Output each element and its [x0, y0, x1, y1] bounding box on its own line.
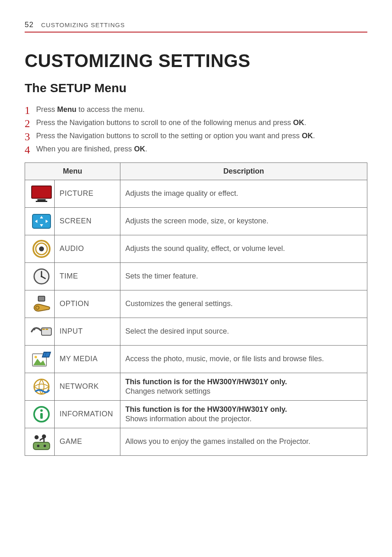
step-text-bold: OK: [134, 145, 145, 153]
menu-label: NETWORK: [60, 382, 99, 390]
steps-list: 1 Press Menu to access the menu. 2 Press…: [25, 104, 367, 155]
menu-description: Sets the timer feature.: [125, 272, 198, 280]
menu-label-cell: NETWORK: [55, 373, 120, 400]
step-text-post: to access the menu.: [76, 105, 145, 114]
menu-description-cell: Access the photo, music, movie, or file …: [120, 345, 367, 373]
option-icon: [25, 290, 55, 318]
menu-description-cell: Select the desired input source.: [120, 318, 367, 345]
svg-rect-19: [46, 329, 48, 330]
input-icon: [25, 318, 55, 345]
step-text-post: .: [145, 145, 147, 153]
svg-point-30: [42, 434, 46, 439]
menu-label: INFORMATION: [60, 410, 113, 418]
step-item: 2 Press the Navigation buttons to scroll…: [25, 117, 367, 129]
table-row: MY MEDIA Access the photo, music, movie,…: [25, 345, 367, 373]
menu-description: Adjusts the screen mode, size, or keysto…: [125, 217, 268, 225]
svg-point-23: [35, 356, 37, 358]
svg-point-32: [37, 445, 39, 447]
menu-label-cell: AUDIO: [55, 235, 120, 262]
menu-description-bold: This function is for the HW300Y/HW301Y o…: [125, 405, 362, 414]
picture-icon: [25, 180, 55, 207]
svg-rect-18: [42, 329, 45, 330]
step-item: 4 When you are finished, press OK.: [25, 144, 367, 155]
information-icon: [25, 400, 55, 428]
menu-label: GAME: [60, 437, 82, 446]
step-item: 3 Press the Navigation buttons to scroll…: [25, 130, 367, 142]
menu-description: Shows information about the projector.: [125, 415, 251, 423]
step-text-post: .: [304, 118, 306, 127]
menu-description-cell: Adjusts the image quality or effect.: [120, 180, 367, 207]
menu-label: PICTURE: [60, 189, 94, 197]
game-icon: [25, 428, 55, 455]
menu-label-cell: MY MEDIA: [55, 345, 120, 373]
table-row: AUDIO Adjusts the sound quality, effect,…: [25, 235, 367, 262]
menu-description-cell: Customizes the general settings.: [120, 290, 367, 318]
page-header: 52 CUSTOMIZING SETTINGS: [25, 21, 367, 32]
menu-label: SCREEN: [60, 217, 92, 225]
svg-point-29: [35, 435, 39, 439]
page-number: 52: [25, 21, 34, 29]
menu-label: MY MEDIA: [60, 355, 98, 363]
table-row: NETWORK This function is for the HW300Y/…: [25, 373, 367, 400]
menu-label: OPTION: [60, 299, 89, 308]
menu-description: Select the desired input source.: [125, 327, 229, 335]
menu-label: TIME: [60, 272, 78, 280]
step-number: 4: [25, 142, 30, 158]
menu-label-cell: OPTION: [55, 290, 120, 318]
menu-label-cell: PICTURE: [55, 180, 120, 207]
menu-label-cell: SCREEN: [55, 207, 120, 235]
menu-label-cell: INFORMATION: [55, 400, 120, 428]
svg-point-20: [33, 328, 35, 330]
step-text-pre: When you are finished, press: [36, 145, 134, 153]
menu-description: Allows you to enjoy the games installed …: [125, 437, 310, 446]
menu-label: AUDIO: [60, 244, 84, 253]
step-text-pre: Press the Navigation buttons to scroll t…: [36, 118, 293, 127]
svg-rect-28: [40, 413, 43, 419]
menu-label-cell: GAME: [55, 428, 120, 455]
step-text-pre: Press the Navigation buttons to scroll t…: [36, 132, 302, 140]
table-header-row: Menu Description: [25, 162, 367, 180]
menu-description: Adjusts the sound quality, effect, or vo…: [125, 244, 285, 253]
page-title: CUSTOMIZING SETTINGS: [25, 51, 367, 71]
audio-icon: [25, 235, 55, 262]
svg-point-27: [40, 409, 43, 412]
table-header-description: Description: [120, 162, 367, 180]
step-text-bold: OK: [302, 132, 313, 140]
step-item: 1 Press Menu to access the menu.: [25, 104, 367, 116]
table-row: OPTION Customizes the general settings.: [25, 290, 367, 318]
table-row: INPUT Select the desired input source.: [25, 318, 367, 345]
table-header-menu: Menu: [25, 162, 120, 180]
menu-description: Changes network settings: [125, 387, 210, 395]
svg-rect-0: [32, 186, 51, 198]
svg-point-10: [39, 246, 44, 251]
menu-label-cell: TIME: [55, 262, 120, 290]
menu-description-cell: Allows you to enjoy the games installed …: [120, 428, 367, 455]
table-row: SCREEN Adjusts the screen mode, size, or…: [25, 207, 367, 235]
svg-point-33: [44, 445, 46, 447]
time-icon: [25, 262, 55, 290]
svg-rect-1: [37, 199, 46, 201]
menu-description-bold: This function is for the HW300Y/HW301Y o…: [125, 378, 362, 386]
menu-description: Access the photo, music, movie, or file …: [125, 355, 324, 363]
table-row: PICTURE Adjusts the image quality or eff…: [25, 180, 367, 207]
svg-point-14: [41, 276, 42, 277]
menu-label: INPUT: [60, 327, 83, 335]
table-row: GAME Allows you to enjoy the games insta…: [25, 428, 367, 455]
menu-description: Customizes the general settings.: [125, 299, 233, 308]
section-heading: The SETUP Menu: [25, 81, 367, 95]
step-text-pre: Press: [36, 105, 57, 114]
menu-description-cell: Adjusts the sound quality, effect, or vo…: [120, 235, 367, 262]
table-row: INFORMATION This function is for the HW3…: [25, 400, 367, 428]
menu-description-cell: Sets the timer feature.: [120, 262, 367, 290]
menu-description: Adjusts the image quality or effect.: [125, 189, 238, 197]
step-text-bold: Menu: [57, 105, 76, 114]
network-icon: [25, 373, 55, 400]
svg-rect-31: [33, 442, 50, 450]
step-text-post: .: [313, 132, 315, 140]
menu-description-cell: Adjusts the screen mode, size, or keysto…: [120, 207, 367, 235]
running-head: CUSTOMIZING SETTINGS: [41, 21, 125, 28]
menu-label-cell: INPUT: [55, 318, 120, 345]
svg-rect-15: [38, 296, 45, 301]
screen-icon: [25, 207, 55, 235]
table-row: TIME Sets the timer feature.: [25, 262, 367, 290]
